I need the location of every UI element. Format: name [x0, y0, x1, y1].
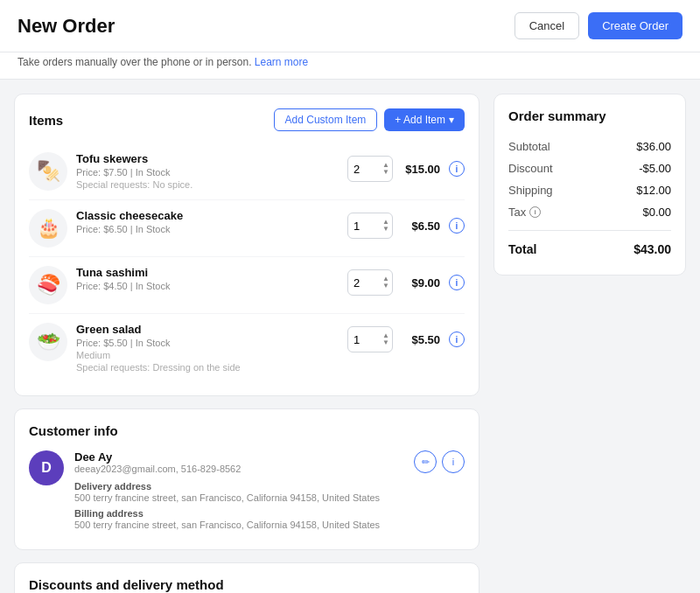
- summary-tax-row: Tax i $0.00: [508, 201, 671, 223]
- cancel-button[interactable]: Cancel: [514, 12, 579, 39]
- create-order-button[interactable]: Create Order: [588, 12, 682, 39]
- edit-icon: ✏: [422, 457, 430, 468]
- item-note2: Special requests: Dressing on the side: [76, 362, 339, 373]
- subtitle-text: Take orders manually over the phone or i…: [18, 56, 252, 68]
- billing-address-value: 500 terry francine street, san Francisco…: [74, 520, 403, 530]
- item-name: Tuna sashimi: [76, 266, 339, 279]
- qty-arrows: ▲ ▼: [382, 276, 389, 290]
- avatar: D: [29, 450, 64, 485]
- customer-info: Dee Ay deeay2023@gmail.com, 516-829-8562…: [74, 450, 403, 535]
- qty-input-wrap: ▲ ▼: [347, 156, 393, 182]
- items-header-buttons: Add Custom Item + Add Item ▾: [274, 108, 465, 131]
- qty-down-arrow[interactable]: ▼: [382, 339, 389, 346]
- left-column: Items Add Custom Item + Add Item ▾ 🍢 Tof…: [14, 94, 480, 593]
- qty-arrows: ▲ ▼: [382, 162, 389, 176]
- qty-down-arrow[interactable]: ▼: [382, 283, 389, 290]
- tax-info-icon[interactable]: i: [529, 206, 541, 218]
- learn-more-link[interactable]: Learn more: [255, 56, 308, 68]
- item-total: $6.50: [402, 220, 440, 233]
- shipping-label: Shipping: [508, 184, 553, 197]
- customer-addresses: Delivery address 500 terry francine stre…: [74, 481, 403, 530]
- items-section-title: Items: [29, 113, 63, 128]
- subtotal-value: $36.00: [636, 140, 671, 153]
- top-bar-actions: Cancel Create Order: [514, 12, 682, 39]
- item-meta: Price: $5.50 | In Stock: [76, 338, 339, 348]
- qty-arrows: ▲ ▼: [382, 219, 389, 233]
- item-note: Special requests: No spice.: [76, 179, 339, 190]
- item-total: $5.50: [402, 333, 440, 346]
- item-meta: Price: $7.50 | In Stock: [76, 167, 339, 178]
- item-info-icon[interactable]: i: [449, 218, 465, 234]
- qty-input-wrap: ▲ ▼: [347, 269, 393, 296]
- qty-arrows: ▲ ▼: [382, 332, 389, 346]
- item-row: 🍢 Tofu skewers Price: $7.50 | In Stock S…: [29, 143, 465, 200]
- right-column: Order summary Subtotal $36.00 Discount -…: [494, 94, 686, 276]
- item-row: 🍣 Tuna sashimi Price: $4.50 | In Stock ▲…: [29, 257, 465, 314]
- item-info-icon[interactable]: i: [449, 275, 465, 290]
- summary-discount-row: Discount -$5.00: [508, 157, 671, 179]
- item-name: Classic cheesecake: [76, 209, 339, 222]
- item-note1: Medium: [76, 350, 339, 360]
- order-summary-title: Order summary: [508, 108, 671, 123]
- add-item-label: + Add Item: [395, 114, 445, 126]
- item-controls: ▲ ▼ $5.50 i: [347, 326, 465, 352]
- item-details: Green salad Price: $5.50 | In Stock Medi…: [76, 323, 339, 373]
- delivery-address-label: Delivery address: [74, 481, 403, 492]
- subtotal-label: Subtotal: [508, 140, 550, 153]
- summary-divider: [508, 230, 671, 231]
- billing-address-label: Billing address: [74, 508, 403, 519]
- customer-action-buttons: ✏ i: [414, 450, 465, 473]
- discount-value: -$5.00: [639, 162, 671, 175]
- qty-input-wrap: ▲ ▼: [347, 326, 393, 352]
- main-layout: Items Add Custom Item + Add Item ▾ 🍢 Tof…: [0, 80, 700, 593]
- summary-total-row: Total $43.00: [508, 238, 671, 261]
- item-meta: Price: $4.50 | In Stock: [76, 281, 339, 291]
- item-controls: ▲ ▼ $15.00 i: [347, 156, 465, 182]
- item-name: Tofu skewers: [76, 152, 339, 165]
- page-title: New Order: [18, 15, 115, 38]
- item-total: $15.00: [402, 163, 440, 176]
- order-summary-card: Order summary Subtotal $36.00 Discount -…: [494, 94, 686, 276]
- add-item-button[interactable]: + Add Item ▾: [384, 108, 465, 131]
- chevron-down-icon: ▾: [449, 114, 454, 126]
- tax-label: Tax i: [508, 206, 541, 219]
- item-info-icon[interactable]: i: [449, 331, 465, 347]
- item-details: Tuna sashimi Price: $4.50 | In Stock: [76, 266, 339, 291]
- discounts-card: Discounts and delivery method Discount: …: [14, 562, 480, 593]
- info-customer-button[interactable]: i: [442, 450, 465, 473]
- item-image: 🥗: [29, 323, 67, 361]
- subtitle-bar: Take orders manually over the phone or i…: [0, 52, 700, 80]
- top-bar: New Order Cancel Create Order: [0, 0, 700, 52]
- discount-label: Discount: [508, 162, 553, 175]
- item-info-icon[interactable]: i: [449, 161, 465, 177]
- customer-name: Dee Ay: [74, 450, 403, 464]
- add-custom-item-button[interactable]: Add Custom Item: [274, 108, 378, 131]
- qty-down-arrow[interactable]: ▼: [382, 169, 389, 176]
- qty-input-wrap: ▲ ▼: [347, 213, 393, 239]
- item-details: Tofu skewers Price: $7.50 | In Stock Spe…: [76, 152, 339, 190]
- item-total: $9.00: [402, 276, 440, 290]
- item-image: 🍣: [29, 266, 67, 304]
- item-row: 🥗 Green salad Price: $5.50 | In Stock Me…: [29, 314, 465, 381]
- customer-info-card: Customer info D Dee Ay deeay2023@gmail.c…: [14, 408, 480, 550]
- edit-customer-button[interactable]: ✏: [414, 450, 437, 473]
- customer-row: D Dee Ay deeay2023@gmail.com, 516-829-85…: [29, 450, 465, 535]
- summary-shipping-row: Shipping $12.00: [508, 179, 671, 201]
- item-meta: Price: $6.50 | In Stock: [76, 224, 339, 234]
- delivery-address-value: 500 terry francine street, san Francisco…: [74, 492, 403, 503]
- item-controls: ▲ ▼ $9.00 i: [347, 269, 465, 296]
- item-name: Green salad: [76, 323, 339, 336]
- shipping-value: $12.00: [636, 184, 671, 197]
- items-card-header: Items Add Custom Item + Add Item ▾: [29, 108, 465, 131]
- item-details: Classic cheesecake Price: $6.50 | In Sto…: [76, 209, 339, 234]
- item-controls: ▲ ▼ $6.50 i: [347, 213, 465, 239]
- total-value: $43.00: [634, 242, 671, 256]
- qty-down-arrow[interactable]: ▼: [382, 226, 389, 233]
- total-label: Total: [508, 242, 536, 256]
- summary-subtotal-row: Subtotal $36.00: [508, 136, 671, 157]
- tax-value: $0.00: [642, 206, 671, 219]
- customer-email-phone: deeay2023@gmail.com, 516-829-8562: [74, 464, 403, 474]
- discounts-section-title: Discounts and delivery method: [29, 577, 465, 592]
- customer-section-title: Customer info: [29, 423, 465, 438]
- item-image: 🎂: [29, 209, 67, 248]
